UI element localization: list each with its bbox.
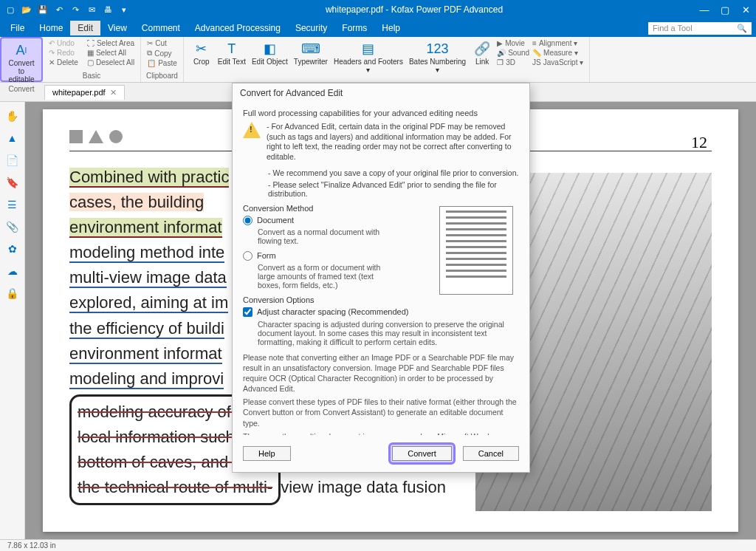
security-panel-icon[interactable]: 🔒 xyxy=(4,285,21,301)
help-button[interactable]: Help xyxy=(243,446,291,461)
bookmark-panel-icon[interactable]: 🔖 xyxy=(4,174,21,191)
menu-edit[interactable]: Edit xyxy=(70,21,100,35)
print-icon[interactable]: 🖶 xyxy=(102,4,114,16)
body-line: the technical route of multi- xyxy=(78,478,272,496)
dialog-body: Full word processing capabilities for yo… xyxy=(233,103,529,435)
status-bar: 7.86 x 12.03 in xyxy=(0,539,756,551)
body-line: Combined with practic xyxy=(69,168,229,188)
ribbon: AI Convert to editable Convert ↶ Undo ↷ … xyxy=(0,37,756,83)
menu-home[interactable]: Home xyxy=(32,21,70,35)
close-button[interactable]: ✕ xyxy=(735,0,756,19)
redo-icon[interactable]: ↷ xyxy=(69,4,81,16)
document-panel-icon[interactable]: 📄 xyxy=(4,152,21,168)
menu-forms[interactable]: Forms xyxy=(334,21,374,35)
undo-button[interactable]: ↶ Undo xyxy=(47,38,80,48)
new-icon[interactable]: ▢ xyxy=(4,4,16,16)
convert-icon: AI xyxy=(11,41,32,59)
circle-icon xyxy=(109,130,123,143)
open-icon[interactable]: 📂 xyxy=(21,4,32,16)
link-button[interactable]: 🔗Link xyxy=(469,38,495,67)
select-tool-icon[interactable]: ▲ xyxy=(4,130,21,146)
body-line: multi-view image data xyxy=(69,268,227,288)
ribbon-group-convert: AI Convert to editable Convert xyxy=(0,37,43,82)
checkbox-adjust-spacing[interactable]: Adjust character spacing (Recommended) xyxy=(243,307,519,317)
page-number: 12 xyxy=(691,133,707,152)
undo-icon[interactable]: ↶ xyxy=(53,4,65,16)
find-tool-input[interactable]: Find a Tool 🔍 xyxy=(648,22,752,35)
ribbon-group-clipboard: ✂ Cut ⧉ Copy 📋 Paste Clipboard xyxy=(141,37,184,82)
deselect-all-button[interactable]: ▢ Deselect All xyxy=(86,58,136,67)
conversion-options-heading: Conversion Options xyxy=(243,295,519,304)
window-title: whitepaper.pdf - Kofax Power PDF Advance… xyxy=(134,4,694,15)
measure-button[interactable]: 📏 Measure ▾ xyxy=(531,48,585,58)
title-bar: ▢ 📂 💾 ↶ ↷ ✉ 🖶 ▾ whitepaper.pdf - Kofax P… xyxy=(0,0,756,19)
copy-button[interactable]: ⧉ Copy xyxy=(145,48,179,58)
menu-help[interactable]: Help xyxy=(374,21,408,35)
movie-button[interactable]: ▶ Movie xyxy=(495,38,531,48)
crop-button[interactable]: ✂Crop xyxy=(188,38,215,67)
ribbon-group-basic: ↶ Undo ↷ Redo ✕ Delete ⛶ Select Area ▦ S… xyxy=(43,37,141,82)
edit-text-button[interactable]: TEdit Text xyxy=(215,38,249,67)
typewriter-button[interactable]: ⌨Typewriter xyxy=(291,38,331,67)
search-icon: 🔍 xyxy=(737,24,747,33)
paste-button[interactable]: 📋 Paste xyxy=(145,58,179,68)
header-footer-icon: ▤ xyxy=(358,40,379,58)
cloud-panel-icon[interactable]: ☁ xyxy=(4,263,21,279)
cut-button[interactable]: ✂ Cut xyxy=(145,38,179,48)
radio-form-input[interactable] xyxy=(243,251,252,261)
status-dimensions: 7.86 x 12.03 in xyxy=(7,541,56,550)
convert-highlight: Convert xyxy=(388,442,456,465)
qat-dropdown-icon[interactable]: ▾ xyxy=(118,4,130,16)
dialog-note-3: Then open the resulting document in a pr… xyxy=(243,431,519,435)
headers-footers-button[interactable]: ▤Headers and Footers ▾ xyxy=(331,38,406,75)
menu-bar: File Home Edit View Comment Advanced Pro… xyxy=(0,19,756,37)
body-line: cases, the building xyxy=(69,193,204,211)
quick-access-toolbar: ▢ 📂 💾 ↶ ↷ ✉ 🖶 ▾ xyxy=(0,4,134,16)
dialog-subtitle: Full word processing capabilities for yo… xyxy=(243,109,519,117)
alignment-button[interactable]: ≡ Alignment ▾ xyxy=(531,38,585,48)
convert-button[interactable]: Convert xyxy=(392,446,452,461)
mail-icon[interactable]: ✉ xyxy=(86,4,97,16)
javascript-button[interactable]: JS JavaScript ▾ xyxy=(531,58,585,67)
menu-comment[interactable]: Comment xyxy=(134,21,188,35)
bates-numbering-button[interactable]: 123Bates Numbering ▾ xyxy=(406,38,469,75)
stamp-panel-icon[interactable]: ✿ xyxy=(4,241,21,257)
redo-button[interactable]: ↷ Redo xyxy=(47,48,80,58)
save-icon[interactable]: 💾 xyxy=(37,4,49,16)
minimize-button[interactable]: — xyxy=(694,0,715,19)
menu-advanced-processing[interactable]: Advanced Processing xyxy=(188,21,288,35)
convert-to-editable-button[interactable]: AI Convert to editable xyxy=(6,40,37,85)
body-line: modeling method inte xyxy=(69,243,224,263)
menu-security[interactable]: Security xyxy=(288,21,334,35)
radio-form-desc: Convert as a form or document with large… xyxy=(258,263,391,290)
left-toolbar: ✋ ▲ 📄 🔖 ☰ 📎 ✿ ☁ 🔒 xyxy=(0,102,25,539)
cancel-button[interactable]: Cancel xyxy=(463,446,519,461)
dialog-bullet-3: - Please select "Finalize Advanced Edit"… xyxy=(268,180,519,198)
select-all-button[interactable]: ▦ Select All xyxy=(86,48,136,58)
document-tab[interactable]: whitepaper.pdf ✕ xyxy=(44,85,125,100)
body-line: explored, aiming at im xyxy=(69,293,228,313)
select-area-button[interactable]: ⛶ Select Area xyxy=(86,38,136,48)
checkbox-adjust-spacing-input[interactable] xyxy=(243,307,252,317)
document-tab-label: whitepaper.pdf xyxy=(52,88,106,97)
form-panel-icon[interactable]: ☰ xyxy=(4,196,21,213)
window-controls: — ▢ ✕ xyxy=(694,0,756,19)
typewriter-icon: ⌨ xyxy=(300,40,321,58)
warning-icon xyxy=(243,122,261,140)
hand-tool-icon[interactable]: ✋ xyxy=(4,108,21,124)
menu-view[interactable]: View xyxy=(100,21,134,35)
body-line: modeling and improvi xyxy=(69,369,224,389)
menu-file[interactable]: File xyxy=(3,21,32,35)
radio-document-input[interactable] xyxy=(243,216,252,225)
edit-object-button[interactable]: ◧Edit Object xyxy=(249,38,291,67)
maximize-button[interactable]: ▢ xyxy=(715,0,735,19)
sound-button[interactable]: 🔊 Sound xyxy=(495,48,531,58)
3d-button[interactable]: ❒ 3D xyxy=(495,58,531,67)
radio-document-desc: Convert as a normal document with flowin… xyxy=(258,227,391,245)
body-line: view image data fusion xyxy=(281,478,446,496)
body-line: environment informat xyxy=(69,218,222,238)
find-tool-placeholder: Find a Tool xyxy=(653,24,693,32)
attachment-panel-icon[interactable]: 📎 xyxy=(4,219,21,235)
delete-button[interactable]: ✕ Delete xyxy=(47,58,80,67)
close-tab-icon[interactable]: ✕ xyxy=(110,88,117,97)
